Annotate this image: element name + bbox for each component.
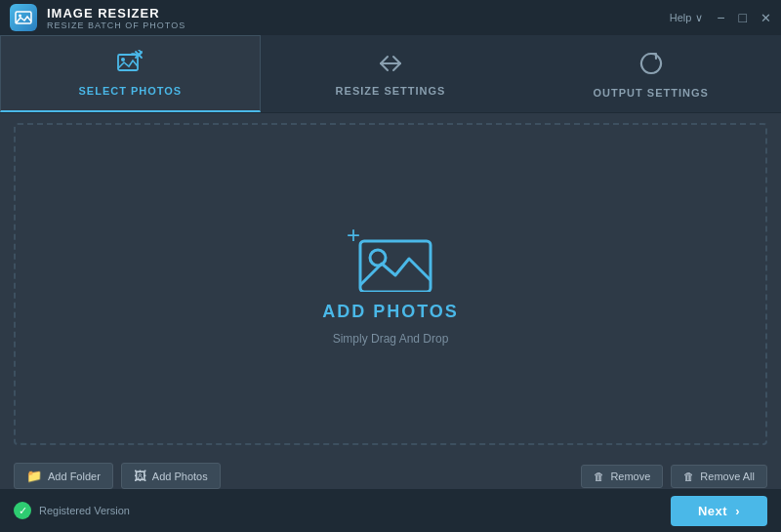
registered-status: ✓ Registered Version [14, 502, 130, 519]
help-label: Help [670, 12, 692, 23]
maximize-button[interactable]: □ [739, 11, 747, 24]
tab-output-settings[interactable]: OUTPUT SETTINGS [520, 35, 781, 112]
add-photos-label: ADD PHOTOS [322, 302, 459, 322]
app-icon [10, 4, 37, 31]
svg-point-1 [19, 15, 21, 18]
status-bar: ✓ Registered Version Next › [0, 489, 781, 532]
tab-select-photos[interactable]: SELECT PHOTOS [0, 35, 261, 112]
left-buttons: 📁 Add Folder 🖼 Add Photos [14, 463, 221, 489]
drag-drop-label: Simply Drag And Drop [333, 332, 449, 346]
remove-all-icon: 🗑 [683, 471, 694, 482]
app-subtitle: RESIZE BATCH OF PHOTOS [47, 20, 185, 30]
help-menu[interactable]: Help ∨ [670, 12, 704, 24]
remove-all-label: Remove All [700, 471, 755, 482]
folder-icon: 📁 [26, 469, 42, 483]
next-button[interactable]: Next › [671, 496, 767, 526]
bottom-toolbar: 📁 Add Folder 🖼 Add Photos 🗑 Remove 🗑 Rem… [0, 463, 781, 489]
select-photos-icon [116, 50, 144, 79]
add-photos-button[interactable]: 🖼 Add Photos [121, 463, 221, 489]
svg-point-3 [121, 58, 125, 61]
drop-zone[interactable]: + ADD PHOTOS Simply Drag And Drop [14, 123, 767, 445]
app-title: IMAGE RESIZER [47, 6, 185, 20]
tab-output-settings-label: OUTPUT SETTINGS [594, 87, 709, 99]
add-folder-button[interactable]: 📁 Add Folder [14, 463, 113, 489]
right-buttons: 🗑 Remove 🗑 Remove All [581, 465, 767, 488]
window-controls: Help ∨ − □ ✕ [670, 11, 771, 24]
check-icon: ✓ [14, 502, 31, 519]
minimize-button[interactable]: − [717, 11, 724, 24]
remove-all-button[interactable]: 🗑 Remove All [671, 465, 767, 488]
tab-select-photos-label: SELECT PHOTOS [78, 85, 182, 97]
resize-settings-icon [377, 52, 404, 79]
add-folder-label: Add Folder [48, 471, 101, 482]
tab-resize-settings-label: RESIZE SETTINGS [336, 85, 446, 97]
svg-rect-7 [360, 241, 431, 292]
add-photo-icon-container: + [347, 224, 434, 292]
tab-resize-settings[interactable]: RESIZE SETTINGS [261, 35, 521, 112]
next-label: Next [698, 504, 727, 518]
app-title-block: IMAGE RESIZER RESIZE BATCH OF PHOTOS [47, 6, 185, 30]
photo-icon [356, 231, 434, 292]
output-settings-icon [637, 50, 665, 81]
remove-label: Remove [610, 471, 650, 482]
registered-label: Registered Version [39, 505, 130, 516]
app-icon-area: IMAGE RESIZER RESIZE BATCH OF PHOTOS [10, 4, 185, 31]
remove-button[interactable]: 🗑 Remove [581, 465, 663, 488]
next-arrow-icon: › [735, 504, 740, 518]
help-chevron-icon: ∨ [695, 12, 703, 24]
tab-bar: SELECT PHOTOS RESIZE SETTINGS OUTPUT SET… [0, 35, 781, 113]
title-bar: IMAGE RESIZER RESIZE BATCH OF PHOTOS Hel… [0, 0, 781, 35]
close-button[interactable]: ✕ [760, 12, 771, 24]
image-icon: 🖼 [134, 469, 146, 483]
remove-icon: 🗑 [594, 471, 604, 482]
add-photos-btn-label: Add Photos [152, 471, 208, 482]
